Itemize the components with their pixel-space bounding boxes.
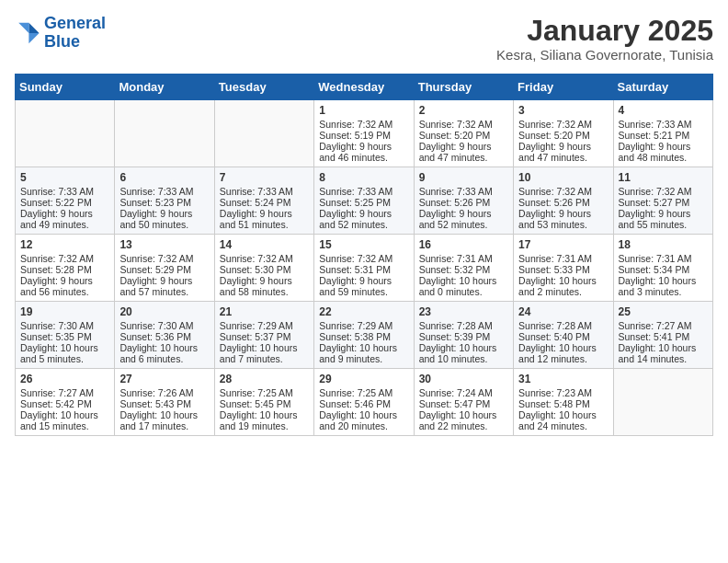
day-cell: 13Sunrise: 7:32 AMSunset: 5:29 PMDayligh… [115, 235, 214, 302]
day-info: Daylight: 10 hours and 17 minutes. [119, 409, 209, 431]
day-info: Daylight: 10 hours and 7 minutes. [220, 342, 309, 364]
day-cell: 10Sunrise: 7:32 AMSunset: 5:26 PMDayligh… [514, 167, 613, 235]
day-number: 17 [518, 238, 608, 251]
day-info: Daylight: 9 hours and 47 minutes. [419, 141, 508, 163]
day-info: Sunset: 5:21 PM [619, 130, 708, 141]
day-info: Sunrise: 7:27 AM [20, 387, 109, 398]
day-info: Sunrise: 7:32 AM [20, 253, 109, 264]
day-cell: 12Sunrise: 7:32 AMSunset: 5:28 PMDayligh… [16, 235, 115, 302]
day-info: Sunrise: 7:29 AM [319, 320, 408, 331]
day-cell: 20Sunrise: 7:30 AMSunset: 5:36 PMDayligh… [115, 302, 214, 369]
day-info: Sunset: 5:24 PM [220, 197, 309, 208]
week-row-1: 1Sunrise: 7:32 AMSunset: 5:19 PMDaylight… [16, 100, 713, 167]
day-info: Daylight: 10 hours and 6 minutes. [119, 342, 209, 364]
day-info: Sunrise: 7:33 AM [220, 186, 309, 197]
day-cell: 25Sunrise: 7:27 AMSunset: 5:41 PMDayligh… [613, 302, 712, 369]
day-info: Sunset: 5:23 PM [119, 197, 209, 208]
day-info: Daylight: 9 hours and 56 minutes. [20, 275, 109, 297]
day-info: Sunset: 5:40 PM [518, 331, 608, 342]
day-info: Sunset: 5:36 PM [119, 331, 209, 342]
day-info: Sunset: 5:30 PM [220, 264, 309, 275]
day-info: Sunset: 5:22 PM [20, 197, 109, 208]
day-info: Daylight: 10 hours and 5 minutes. [20, 342, 109, 364]
day-info: Daylight: 9 hours and 49 minutes. [20, 208, 109, 230]
day-number: 4 [619, 104, 708, 117]
day-info: Sunset: 5:43 PM [119, 398, 209, 409]
day-cell [613, 369, 712, 436]
day-info: Sunset: 5:29 PM [119, 264, 209, 275]
day-info: Sunset: 5:26 PM [419, 197, 508, 208]
day-info: Daylight: 10 hours and 2 minutes. [518, 275, 608, 297]
day-info: Daylight: 9 hours and 52 minutes. [319, 208, 408, 230]
day-info: Daylight: 10 hours and 15 minutes. [20, 409, 109, 431]
day-header-friday: Friday [514, 75, 613, 100]
day-info: Daylight: 9 hours and 53 minutes. [518, 208, 608, 230]
day-cell: 8Sunrise: 7:33 AMSunset: 5:25 PMDaylight… [314, 167, 414, 235]
day-info: Sunset: 5:25 PM [319, 197, 408, 208]
day-info: Daylight: 10 hours and 12 minutes. [518, 342, 608, 364]
day-header-thursday: Thursday [414, 75, 513, 100]
day-number: 16 [419, 238, 508, 251]
day-number: 25 [619, 305, 708, 318]
day-cell: 31Sunrise: 7:23 AMSunset: 5:48 PMDayligh… [514, 369, 613, 436]
day-cell: 22Sunrise: 7:29 AMSunset: 5:38 PMDayligh… [314, 302, 414, 369]
day-number: 2 [419, 104, 508, 117]
day-info: Daylight: 9 hours and 47 minutes. [518, 141, 608, 163]
day-cell: 3Sunrise: 7:32 AMSunset: 5:20 PMDaylight… [514, 100, 613, 167]
day-info: Sunset: 5:41 PM [619, 331, 708, 342]
week-row-4: 19Sunrise: 7:30 AMSunset: 5:35 PMDayligh… [16, 302, 713, 369]
day-info: Sunrise: 7:32 AM [119, 253, 209, 264]
week-row-2: 5Sunrise: 7:33 AMSunset: 5:22 PMDaylight… [16, 167, 713, 235]
day-info: Daylight: 9 hours and 46 minutes. [319, 141, 408, 163]
day-info: Daylight: 9 hours and 58 minutes. [220, 275, 309, 297]
day-cell: 21Sunrise: 7:29 AMSunset: 5:37 PMDayligh… [214, 302, 313, 369]
day-info: Daylight: 9 hours and 52 minutes. [419, 208, 508, 230]
calendar-body: 1Sunrise: 7:32 AMSunset: 5:19 PMDaylight… [16, 100, 713, 436]
day-info: Daylight: 9 hours and 55 minutes. [619, 208, 708, 230]
day-number: 10 [518, 171, 608, 184]
day-header-wednesday: Wednesday [314, 75, 414, 100]
day-info: Sunrise: 7:30 AM [119, 320, 209, 331]
day-info: Sunrise: 7:31 AM [518, 253, 608, 264]
day-info: Sunrise: 7:33 AM [319, 186, 408, 197]
day-number: 20 [119, 305, 209, 318]
day-info: Sunrise: 7:25 AM [220, 387, 309, 398]
day-info: Daylight: 10 hours and 20 minutes. [319, 409, 408, 431]
day-info: Daylight: 10 hours and 19 minutes. [220, 409, 309, 431]
day-number: 15 [319, 238, 408, 251]
logo-blue: Blue [44, 32, 80, 51]
day-cell: 14Sunrise: 7:32 AMSunset: 5:30 PMDayligh… [214, 235, 313, 302]
day-header-sunday: Sunday [16, 75, 115, 100]
day-number: 21 [220, 305, 309, 318]
calendar-header: SundayMondayTuesdayWednesdayThursdayFrid… [16, 75, 713, 100]
day-info: Sunrise: 7:32 AM [319, 253, 408, 264]
day-info: Sunrise: 7:31 AM [619, 253, 708, 264]
day-number: 18 [619, 238, 708, 251]
svg-marker-2 [18, 23, 28, 33]
day-info: Sunrise: 7:33 AM [419, 186, 508, 197]
day-info: Sunrise: 7:30 AM [20, 320, 109, 331]
day-info: Sunset: 5:26 PM [518, 197, 608, 208]
day-info: Sunset: 5:38 PM [319, 331, 408, 342]
day-number: 24 [518, 305, 608, 318]
day-cell: 15Sunrise: 7:32 AMSunset: 5:31 PMDayligh… [314, 235, 414, 302]
day-cell: 18Sunrise: 7:31 AMSunset: 5:34 PMDayligh… [613, 235, 712, 302]
day-info: Sunrise: 7:23 AM [518, 387, 608, 398]
day-info: Sunset: 5:42 PM [20, 398, 109, 409]
calendar-table: SundayMondayTuesdayWednesdayThursdayFrid… [15, 74, 713, 436]
day-number: 28 [220, 373, 309, 385]
day-info: Daylight: 10 hours and 22 minutes. [419, 409, 508, 431]
day-number: 3 [518, 104, 608, 117]
day-info: Sunset: 5:28 PM [20, 264, 109, 275]
day-number: 30 [419, 373, 508, 385]
day-header-monday: Monday [115, 75, 214, 100]
day-number: 29 [319, 373, 408, 385]
page-title: January 2025 [496, 15, 713, 47]
title-block: January 2025 Kesra, Siliana Governorate,… [496, 15, 713, 63]
day-info: Daylight: 10 hours and 0 minutes. [419, 275, 508, 297]
day-info: Sunrise: 7:32 AM [619, 186, 708, 197]
day-info: Sunrise: 7:29 AM [220, 320, 309, 331]
day-info: Sunset: 5:32 PM [419, 264, 508, 275]
day-cell: 11Sunrise: 7:32 AMSunset: 5:27 PMDayligh… [613, 167, 712, 235]
day-info: Daylight: 10 hours and 10 minutes. [419, 342, 508, 364]
